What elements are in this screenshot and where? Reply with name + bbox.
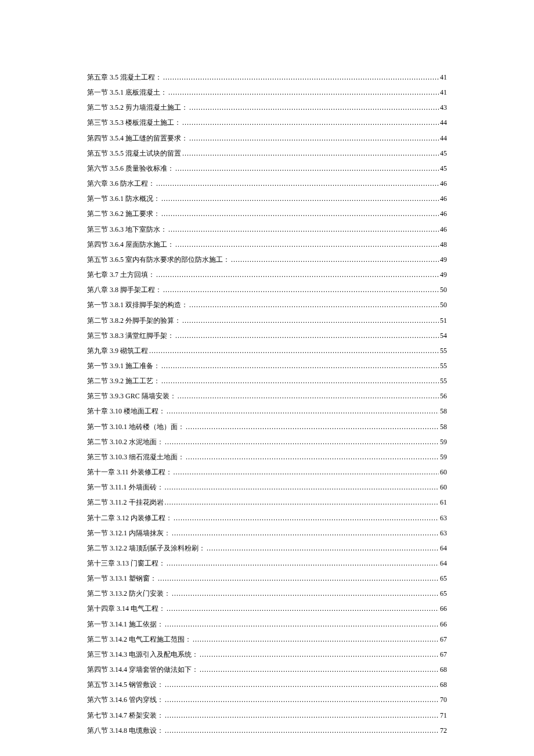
toc-leader-dots	[167, 601, 439, 616]
toc-leader-dots	[207, 541, 439, 556]
toc-entry: 第五节 3.14.5 钢管敷设：68	[87, 677, 447, 692]
toc-title: 第二节 3.6.2 施工要求：	[87, 206, 160, 221]
toc-leader-dots	[168, 222, 439, 237]
toc-entry: 第三节 3.6.3 地下室防水：46	[87, 222, 447, 237]
toc-entry: 第九章 3.9 砌筑工程55	[87, 343, 447, 358]
toc-leader-dots	[168, 85, 439, 100]
toc-title: 第八章 3.8 脚手架工程：	[87, 282, 162, 297]
toc-leader-dots	[165, 617, 439, 632]
toc-title: 第七节 3.14.7 桥架安装：	[87, 708, 164, 723]
toc-entry: 第六节 3.5.6 质量验收标准：45	[87, 161, 447, 176]
toc-page-number: 59	[440, 434, 447, 449]
toc-leader-dots	[165, 495, 439, 510]
toc-leader-dots	[161, 206, 439, 221]
toc-leader-dots	[165, 708, 439, 723]
toc-leader-dots	[200, 647, 439, 662]
toc-entry: 第二节 3.10.2 水泥地面：59	[87, 434, 447, 449]
toc-entry: 第二节 3.11.2 干挂花岗岩61	[87, 495, 447, 510]
toc-entry: 第五节 3.5.5 混凝土试块的留置45	[87, 146, 447, 161]
toc-title: 第四节 3.14.4 穿墙套管的做法如下：	[87, 662, 199, 677]
toc-leader-dots	[172, 525, 439, 541]
toc-leader-dots	[182, 115, 439, 130]
toc-leader-dots	[175, 237, 439, 252]
toc-title: 第十一章 3.11 外装修工程：	[87, 465, 172, 480]
toc-page-number: 63	[440, 510, 447, 525]
toc-page-number: 50	[440, 297, 447, 312]
toc-entry: 第八节 3.14.8 电缆敷设：72	[87, 723, 447, 738]
toc-page-number: 58	[440, 404, 447, 419]
toc-entry: 第五章 3.5 混凝土工程：41	[87, 70, 447, 85]
toc-leader-dots	[175, 161, 439, 176]
toc-page-number: 56	[440, 388, 447, 404]
toc-leader-dots	[161, 191, 439, 206]
toc-title: 第三节 3.6.3 地下室防水：	[87, 222, 167, 237]
toc-page-number: 65	[440, 586, 447, 601]
toc-entry: 第一节 3.8.1 双排脚手架的构造：50	[87, 297, 447, 312]
toc-leader-dots	[167, 556, 439, 571]
toc-page-number: 66	[440, 617, 447, 632]
toc-leader-dots	[182, 313, 439, 328]
toc-leader-dots	[165, 677, 439, 692]
toc-entry: 第三节 3.5.3 楼板混凝土施工：44	[87, 115, 447, 130]
toc-page-number: 60	[440, 480, 447, 495]
toc-entry: 第一节 3.9.1 施工准备：55	[87, 358, 447, 373]
toc-page-number: 50	[440, 282, 447, 297]
toc-page-number: 67	[440, 632, 447, 647]
toc-page-number: 61	[440, 495, 447, 510]
toc-entry: 第五节 3.6.5 室内有防水要求的部位防水施工：49	[87, 252, 447, 267]
toc-title: 第九章 3.9 砌筑工程	[87, 343, 148, 358]
toc-title: 第三节 3.9.3 GRC 隔墙安装：	[87, 388, 176, 404]
toc-leader-dots	[158, 571, 439, 586]
toc-title: 第八节 3.14.8 电缆敷设：	[87, 723, 164, 738]
toc-leader-dots	[161, 358, 439, 373]
toc-page-number: 71	[440, 708, 447, 723]
toc-title: 第三节 3.14.3 电源引入及配电系统：	[87, 647, 199, 662]
toc-page-number: 46	[440, 206, 447, 221]
toc-entry: 第三节 3.14.3 电源引入及配电系统：67	[87, 647, 447, 662]
toc-leader-dots	[149, 343, 439, 358]
toc-leader-dots	[178, 388, 439, 404]
toc-entry: 第十一章 3.11 外装修工程：60	[87, 465, 447, 480]
toc-title: 第一节 3.12.1 内隔墙抹灰：	[87, 525, 171, 541]
toc-page-number: 43	[440, 100, 447, 115]
toc-entry: 第六节 3.14.6 管内穿线：70	[87, 692, 447, 707]
toc-leader-dots	[193, 632, 439, 647]
toc-entry: 第十三章 3.13 门窗工程：64	[87, 556, 447, 571]
toc-page-number: 66	[440, 601, 447, 616]
toc-entry: 第八章 3.8 脚手架工程：50	[87, 282, 447, 297]
toc-title: 第四节 3.5.4 施工缝的留置要求：	[87, 131, 188, 146]
toc-entry: 第二节 3.13.2 防火门安装：65	[87, 586, 447, 601]
toc-page-number: 48	[440, 237, 447, 252]
toc-title: 第五节 3.6.5 室内有防水要求的部位防水施工：	[87, 252, 230, 267]
toc-entry: 第六章 3.6 防水工程：46	[87, 176, 447, 191]
toc-page-number: 41	[440, 70, 447, 85]
toc-title: 第一节 3.6.1 防水概况：	[87, 191, 160, 206]
toc-entry: 第二节 3.12.2 墙顶刮腻子及涂料粉刷：64	[87, 541, 447, 556]
toc-leader-dots	[189, 297, 439, 312]
toc-page-number: 72	[440, 723, 447, 738]
toc-entry: 第一节 3.5.1 底板混凝土：41	[87, 85, 447, 100]
toc-entry: 第十章 3.10 楼地面工程：58	[87, 404, 447, 419]
toc-leader-dots	[172, 586, 439, 601]
toc-leader-dots	[189, 100, 439, 115]
toc-title: 第三节 3.10.3 细石混凝土地面：	[87, 449, 185, 465]
toc-entry: 第四节 3.6.4 屋面防水施工：48	[87, 237, 447, 252]
toc-title: 第十三章 3.13 门窗工程：	[87, 556, 165, 571]
toc-title: 第二节 3.11.2 干挂花岗岩	[87, 495, 164, 510]
toc-page-number: 55	[440, 343, 447, 358]
toc-leader-dots	[156, 176, 439, 191]
toc-entry: 第二节 3.6.2 施工要求：46	[87, 206, 447, 221]
toc-entry: 第三节 3.9.3 GRC 隔墙安装：56	[87, 388, 447, 404]
toc-leader-dots	[165, 692, 439, 707]
toc-leader-dots	[165, 434, 439, 449]
toc-leader-dots	[182, 146, 439, 161]
toc-page-number: 45	[440, 146, 447, 161]
toc-title: 第二节 3.9.2 施工工艺：	[87, 373, 160, 388]
toc-page-number: 64	[440, 541, 447, 556]
toc-title: 第十四章 3.14 电气工程：	[87, 601, 165, 616]
toc-page-number: 58	[440, 419, 447, 434]
toc-leader-dots	[189, 131, 439, 146]
toc-entry: 第一节 3.11.1 外墙面砖：60	[87, 480, 447, 495]
toc-entry: 第一节 3.12.1 内隔墙抹灰：63	[87, 525, 447, 541]
toc-leader-dots	[167, 404, 439, 419]
